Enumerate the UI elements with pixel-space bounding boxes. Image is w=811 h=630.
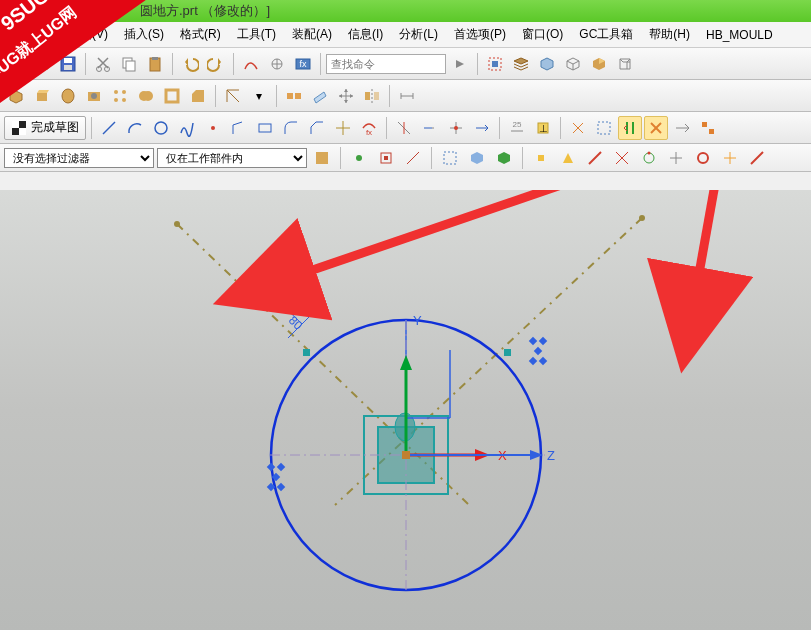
snap-quad-icon[interactable]: [637, 146, 661, 170]
scope-dropdown[interactable]: 仅在工作部件内: [157, 148, 307, 168]
quick-trim-icon[interactable]: [444, 116, 468, 140]
assembly-add-icon[interactable]: [282, 84, 306, 108]
sketch-arc-icon[interactable]: [123, 116, 147, 140]
svg-line-73: [751, 152, 763, 164]
svg-line-113: [298, 190, 605, 275]
copy-icon[interactable]: [117, 52, 141, 76]
sel-rect-icon[interactable]: [438, 146, 462, 170]
svg-rect-63: [444, 152, 456, 164]
menu-analysis[interactable]: 分析(L): [391, 23, 446, 46]
graphics-canvas[interactable]: Y X Z 80: [0, 190, 811, 630]
geo-constraint-icon[interactable]: ⊥: [531, 116, 555, 140]
mirror-icon[interactable]: [360, 84, 384, 108]
svg-rect-25: [166, 90, 178, 102]
extend-curve-icon[interactable]: [418, 116, 442, 140]
filter-btn-1-icon[interactable]: [310, 146, 334, 170]
fit-icon[interactable]: [483, 52, 507, 76]
perspective-icon[interactable]: [613, 52, 637, 76]
revolve-icon[interactable]: [56, 84, 80, 108]
view-style-icon[interactable]: [535, 52, 559, 76]
trim-curve-icon[interactable]: [392, 116, 416, 140]
shade-icon[interactable]: [587, 52, 611, 76]
svg-rect-29: [374, 92, 379, 100]
extrude-icon[interactable]: [30, 84, 54, 108]
snap-line-icon[interactable]: [401, 146, 425, 170]
svg-text:Y: Y: [413, 313, 422, 328]
svg-rect-64: [538, 155, 544, 161]
dimension-icon[interactable]: 25: [505, 116, 529, 140]
snap-oncurve-icon[interactable]: [691, 146, 715, 170]
redo-icon[interactable]: [204, 52, 228, 76]
paste-icon[interactable]: [143, 52, 167, 76]
menu-insert[interactable]: 插入(S): [116, 23, 172, 46]
sketch-fillet-icon[interactable]: [279, 116, 303, 140]
svg-rect-104: [534, 347, 542, 355]
alt-solution-icon[interactable]: [696, 116, 720, 140]
move-obj-icon[interactable]: [334, 84, 358, 108]
menu-mould[interactable]: HB_MOULD: [698, 25, 781, 45]
menu-help[interactable]: 帮助(H): [641, 23, 698, 46]
sel-face-icon[interactable]: [465, 146, 489, 170]
shell-icon[interactable]: [160, 84, 184, 108]
snap-ctr-icon[interactable]: [583, 146, 607, 170]
quick-extend-icon[interactable]: [470, 116, 494, 140]
svg-point-22: [122, 98, 126, 102]
svg-rect-14: [492, 61, 498, 67]
snap-tangent-icon[interactable]: [718, 146, 742, 170]
measure-dist-icon[interactable]: [395, 84, 419, 108]
sketch-circle-icon[interactable]: [149, 116, 173, 140]
sketch-chamfer-icon[interactable]: [305, 116, 329, 140]
sketch-point-icon[interactable]: [201, 116, 225, 140]
show-constraints-icon[interactable]: [592, 116, 616, 140]
finish-sketch-button[interactable]: 完成草图: [4, 116, 86, 140]
sketch-spline-icon[interactable]: [175, 116, 199, 140]
unite-icon[interactable]: [134, 84, 158, 108]
hole-icon[interactable]: [82, 84, 106, 108]
cut-icon[interactable]: [91, 52, 115, 76]
snap-mid-icon[interactable]: [556, 146, 580, 170]
menu-window[interactable]: 窗口(O): [514, 23, 571, 46]
sketch-line-icon[interactable]: [97, 116, 121, 140]
auto-dimension-icon[interactable]: [644, 116, 668, 140]
search-go-icon[interactable]: [448, 52, 472, 76]
snap-perp-icon[interactable]: [745, 146, 769, 170]
chamfer-icon[interactable]: [186, 84, 210, 108]
snap-box-icon[interactable]: [374, 146, 398, 170]
svg-text:Z: Z: [547, 448, 555, 463]
toolbar-main: fx: [0, 48, 811, 80]
sel-solid-icon[interactable]: [492, 146, 516, 170]
touch-icon[interactable]: [265, 52, 289, 76]
snap-end-icon[interactable]: [529, 146, 553, 170]
sketch-derived-icon[interactable]: fx: [357, 116, 381, 140]
trim-icon[interactable]: [221, 84, 245, 108]
auto-constrain-icon[interactable]: [618, 116, 642, 140]
more-1-icon[interactable]: ▾: [247, 84, 271, 108]
menu-info[interactable]: 信息(I): [340, 23, 391, 46]
menu-assembly[interactable]: 装配(A): [284, 23, 340, 46]
datum-plane-icon[interactable]: [308, 84, 332, 108]
menu-prefs[interactable]: 首选项(P): [446, 23, 514, 46]
snap-exist-icon[interactable]: [664, 146, 688, 170]
pattern-icon[interactable]: [108, 84, 132, 108]
sketch-ref-icon[interactable]: [331, 116, 355, 140]
curve-icon[interactable]: [239, 52, 263, 76]
sketch-rect-icon[interactable]: [253, 116, 277, 140]
menu-tools[interactable]: 工具(T): [229, 23, 284, 46]
command-search-input[interactable]: [326, 54, 446, 74]
snap-intersect-icon[interactable]: [610, 146, 634, 170]
snap-point-icon[interactable]: [347, 146, 371, 170]
expression-icon[interactable]: fx: [291, 52, 315, 76]
layer-icon[interactable]: [509, 52, 533, 76]
selection-filter-dropdown[interactable]: 没有选择过滤器: [4, 148, 154, 168]
svg-rect-102: [529, 337, 537, 345]
menu-gc[interactable]: GC工具箱: [571, 23, 641, 46]
menu-format[interactable]: 格式(R): [172, 23, 229, 46]
make-symmetric-icon[interactable]: [566, 116, 590, 140]
convert-ref-icon[interactable]: [670, 116, 694, 140]
sketch-corner-icon[interactable]: [227, 116, 251, 140]
undo-icon[interactable]: [178, 52, 202, 76]
svg-line-65: [589, 152, 601, 164]
svg-line-62: [407, 152, 419, 164]
wireframe-icon[interactable]: [561, 52, 585, 76]
svg-rect-106: [539, 357, 547, 365]
